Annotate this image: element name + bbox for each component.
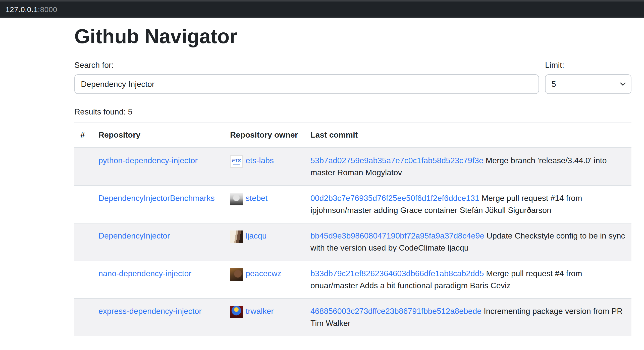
owner-avatar	[230, 268, 243, 281]
header-last-commit: Last commit	[304, 123, 631, 148]
page-container: Github Navigator Search for: Limit: 5 Re…	[74, 24, 631, 336]
repository-link[interactable]: nano-dependency-injector	[98, 269, 191, 278]
owner-wrap: ETS ets-labs	[230, 155, 298, 168]
commit-cell: 00d2b3c7e76935d76f25ee50f6d1f2ef6ddce131…	[304, 186, 631, 223]
results-table: # Repository Repository owner Last commi…	[74, 123, 631, 336]
header-number: #	[74, 123, 92, 148]
commit-hash-link[interactable]: 53b7ad02759e9ab35a7e7c0c1fab58d523c79f3e	[310, 156, 484, 165]
repository-cell: express-dependency-injector	[92, 299, 224, 336]
results-table-head: # Repository Repository owner Last commi…	[74, 123, 631, 148]
owner-avatar	[230, 193, 243, 205]
owner-avatar: ETS	[230, 155, 243, 168]
owner-wrap: ljacqu	[230, 230, 298, 243]
results-summary: Results found: 5	[74, 106, 631, 118]
page-title: Github Navigator	[74, 24, 631, 48]
table-row: python-dependency-injector ETS ets-labs …	[74, 148, 631, 186]
owner-wrap: trwalker	[230, 305, 298, 318]
owner-cell: ljacqu	[224, 223, 304, 261]
limit-label: Limit:	[545, 59, 631, 71]
repository-link[interactable]: python-dependency-injector	[98, 156, 198, 165]
owner-cell: ETS ets-labs	[224, 148, 304, 186]
owner-avatar	[230, 306, 243, 318]
limit-select[interactable]: 5	[545, 74, 631, 94]
repository-cell: DependencyInjector	[92, 223, 224, 261]
address-host: 127.0.0.1	[6, 5, 38, 13]
owner-link[interactable]: ets-labs	[246, 155, 274, 167]
header-repository-owner: Repository owner	[224, 123, 304, 148]
results-table-body: python-dependency-injector ETS ets-labs …	[74, 148, 631, 336]
browser-window: 127.0.0.1:8000 Github Navigator Search f…	[0, 0, 644, 350]
commit-cell: bb45d9e3b98608047190bf72a95fa9a37d8c4e9e…	[304, 223, 631, 261]
search-input[interactable]	[74, 74, 539, 94]
commit-cell: 53b7ad02759e9ab35a7e7c0c1fab58d523c79f3e…	[304, 148, 631, 186]
limit-select-wrap: 5	[545, 74, 631, 94]
table-row: DependencyInjectorBenchmarks stebet 00d2…	[74, 186, 631, 223]
avatar-label: ETS	[232, 158, 241, 163]
repository-cell: nano-dependency-injector	[92, 261, 224, 299]
address-port: :8000	[38, 5, 57, 13]
commit-cell: 468856003c273dffce23b86791fbbe512a8ebede…	[304, 299, 631, 336]
address-url: 127.0.0.1:8000	[6, 5, 57, 13]
commit-hash-link[interactable]: bb45d9e3b98608047190bf72a95fa9a37d8c4e9e	[310, 231, 484, 240]
limit-column: Limit: 5	[545, 59, 631, 94]
browser-address-bar[interactable]: 127.0.0.1:8000	[0, 0, 644, 18]
commit-hash-link[interactable]: b33db79c21ef8262364603db66dfe1ab8cab2dd5	[310, 269, 484, 278]
owner-link[interactable]: trwalker	[246, 305, 274, 317]
row-number-cell	[74, 186, 92, 223]
owner-cell: peacecwz	[224, 261, 304, 299]
row-number-cell	[74, 299, 92, 336]
repository-link[interactable]: DependencyInjector	[98, 231, 170, 240]
owner-cell: stebet	[224, 186, 304, 223]
owner-wrap: stebet	[230, 192, 298, 205]
owner-link[interactable]: stebet	[246, 192, 267, 204]
owner-link[interactable]: ljacqu	[246, 230, 267, 242]
repository-cell: python-dependency-injector	[92, 148, 224, 186]
owner-link[interactable]: peacecwz	[246, 268, 281, 280]
header-repository: Repository	[92, 123, 224, 148]
search-form: Search for: Limit: 5	[74, 59, 631, 94]
row-number-cell	[74, 223, 92, 261]
repository-cell: DependencyInjectorBenchmarks	[92, 186, 224, 223]
owner-wrap: peacecwz	[230, 268, 298, 281]
search-label: Search for:	[74, 59, 539, 71]
search-column: Search for:	[74, 59, 539, 94]
owner-cell: trwalker	[224, 299, 304, 336]
repository-link[interactable]: DependencyInjectorBenchmarks	[98, 194, 214, 202]
repository-link[interactable]: express-dependency-injector	[98, 307, 202, 315]
commit-hash-link[interactable]: 00d2b3c7e76935d76f25ee50f6d1f2ef6ddce131	[310, 194, 479, 202]
table-row: express-dependency-injector trwalker 468…	[74, 299, 631, 336]
commit-hash-link[interactable]: 468856003c273dffce23b86791fbbe512a8ebede	[310, 307, 481, 315]
row-number-cell	[74, 148, 92, 186]
table-row: nano-dependency-injector peacecwz b33db7…	[74, 261, 631, 299]
table-row: DependencyInjector ljacqu bb45d9e3b98608…	[74, 223, 631, 261]
commit-cell: b33db79c21ef8262364603db66dfe1ab8cab2dd5…	[304, 261, 631, 299]
owner-avatar	[230, 230, 243, 243]
row-number-cell	[74, 261, 92, 299]
